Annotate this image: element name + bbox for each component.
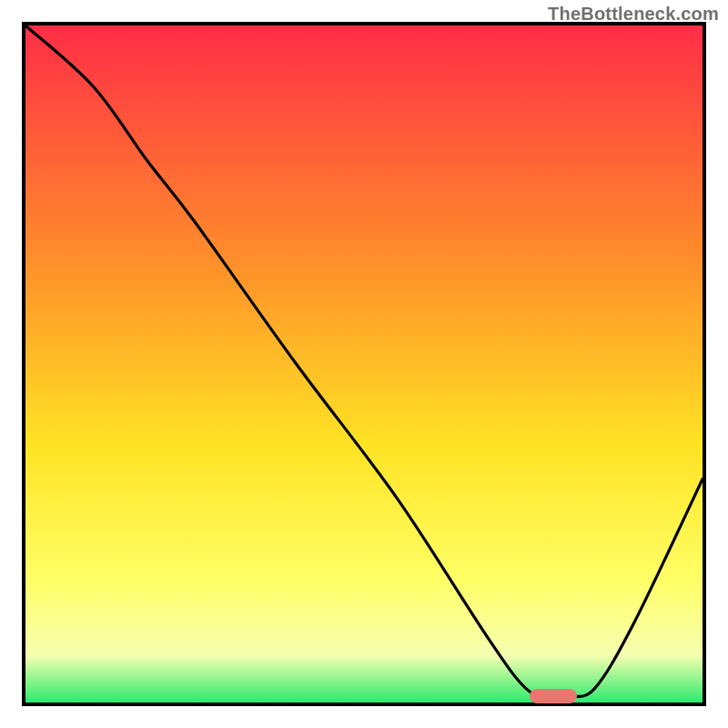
plot-frame <box>22 22 706 706</box>
bottleneck-plot <box>25 25 703 703</box>
gradient-background <box>25 25 703 703</box>
optimal-marker <box>530 689 577 703</box>
chart-stage: TheBottleneck.com <box>0 0 728 728</box>
